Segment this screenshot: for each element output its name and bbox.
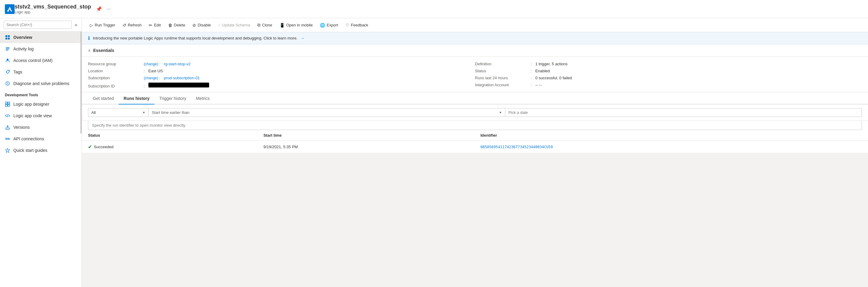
tab-metrics[interactable]: Metrics <box>191 92 215 105</box>
definition-row: Definition : 1 trigger, 5 actions <box>475 62 862 66</box>
sidebar-item-tags[interactable]: Tags <box>0 66 82 78</box>
sidebar-item-diagnose[interactable]: Diagnose and solve problems <box>0 78 82 89</box>
sidebar-item-overview-label: Overview <box>13 35 32 40</box>
time-filter[interactable]: Start time earlier than ▼ <box>148 108 505 117</box>
banner-arrow: → <box>301 36 304 40</box>
run-trigger-label: Run Trigger <box>95 23 115 27</box>
sidebar-item-versions-label: Versions <box>13 125 30 130</box>
table-row: ✔Succeeded9/19/2021, 5:35 PM085856954117… <box>82 141 868 153</box>
tab-trigger-history[interactable]: Trigger history <box>154 92 191 105</box>
activity-log-icon <box>5 46 10 52</box>
run-trigger-button[interactable]: ▷ Run Trigger <box>87 21 118 29</box>
sidebar-item-designer-label: Logic app designer <box>13 102 49 107</box>
svg-rect-5 <box>5 38 7 39</box>
diagnose-icon <box>5 81 10 86</box>
essentials-header[interactable]: ∧ Essentials <box>82 44 868 57</box>
update-schema-button[interactable]: ↑ Update Schema <box>215 21 253 29</box>
run-identifier-input[interactable] <box>88 121 862 130</box>
time-filter-arrow: ▼ <box>499 111 502 114</box>
svg-rect-4 <box>8 35 10 37</box>
resource-group-value[interactable]: rg-start-stop-v2 <box>164 62 191 66</box>
location-label: Location <box>88 69 143 73</box>
tags-icon <box>5 69 10 75</box>
sidebar-item-code-view[interactable]: Logic app code view <box>0 110 82 121</box>
search-input[interactable] <box>4 21 72 29</box>
sidebar-scrollbar <box>81 32 82 134</box>
status-row: Status : Enabled <box>475 69 862 73</box>
tabs-bar: Get started Runs history Trigger history… <box>82 92 868 105</box>
svg-rect-18 <box>6 128 9 130</box>
status-value: Enabled <box>535 69 550 73</box>
subscription-id-label: Subscription ID <box>88 84 143 88</box>
banner-text: Introducing the new portable Logic Apps … <box>93 36 298 40</box>
status-filter-arrow: ▼ <box>142 111 145 114</box>
sidebar-item-activity-log[interactable]: Activity log <box>0 43 82 55</box>
subscription-change[interactable]: (change) <box>144 76 158 80</box>
sidebar-collapse-button[interactable]: « <box>74 22 78 28</box>
banner-info-icon: ℹ <box>88 35 90 41</box>
more-button[interactable]: ··· <box>105 6 112 12</box>
sidebar-item-api-connections[interactable]: API connections <box>0 133 82 145</box>
status-filter[interactable]: All ▼ <box>88 108 149 117</box>
edit-label: Edit <box>154 23 160 27</box>
sidebar-item-quick-start[interactable]: Quick start guides <box>0 145 82 156</box>
export-button[interactable]: 🌐 Export <box>317 21 341 29</box>
status-text: Succeeded <box>94 145 114 149</box>
export-label: Export <box>327 23 338 27</box>
quick-start-icon <box>5 148 10 153</box>
table-header-row: Status Start time Identifier <box>82 130 868 141</box>
logic-app-designer-icon <box>5 102 10 107</box>
resource-group-row: Resource group (change) : rg-start-stop-… <box>88 62 475 66</box>
tab-get-started[interactable]: Get started <box>88 92 119 105</box>
sidebar-item-api-label: API connections <box>13 136 44 141</box>
main-content: ▷ Run Trigger ↺ Refresh ✏ Edit 🗑 Delete … <box>82 18 868 287</box>
feedback-button[interactable]: ♡ Feedback <box>342 21 371 29</box>
subscription-value[interactable]: prod-subscription-01 <box>164 76 200 80</box>
clone-button[interactable]: ⧉ Clone <box>254 21 275 29</box>
open-in-mobile-button[interactable]: 📱 Open in mobile <box>277 21 316 29</box>
code-view-icon <box>5 113 10 118</box>
definition-label: Definition <box>475 62 530 66</box>
svg-rect-9 <box>6 50 8 50</box>
svg-point-11 <box>8 71 9 71</box>
clone-icon: ⧉ <box>257 23 260 28</box>
svg-rect-3 <box>5 35 7 37</box>
sidebar-item-versions[interactable]: Versions <box>0 121 82 133</box>
delete-button[interactable]: 🗑 Delete <box>165 21 188 29</box>
date-picker-input[interactable] <box>505 108 862 117</box>
time-filter-label: Start time earlier than <box>152 110 497 115</box>
api-connections-icon <box>5 136 10 142</box>
runs-row: Runs last 24 hours : 0 successful, 0 fai… <box>475 76 862 80</box>
banner-link[interactable]: → <box>301 36 304 40</box>
disable-button[interactable]: ⊘ Disable <box>189 21 214 29</box>
resource-group-label: Resource group <box>88 62 143 66</box>
app-title-block: ststv2_vms_Sequenced_stop Logic app <box>14 4 91 14</box>
svg-point-20 <box>8 138 10 140</box>
table-header-status: Status <box>82 130 257 141</box>
sidebar-item-access-control[interactable]: Access control (IAM) <box>0 55 82 66</box>
essentials-title: Essentials <box>93 48 114 53</box>
overview-icon <box>5 35 10 40</box>
main-layout: « Overview Activity log Access con <box>0 18 868 287</box>
run-identifier-area <box>82 121 868 130</box>
sidebar-item-logic-app-designer[interactable]: Logic app designer <box>0 98 82 110</box>
edit-button[interactable]: ✏ Edit <box>146 21 163 29</box>
clone-label: Clone <box>262 23 272 27</box>
svg-point-13 <box>7 84 8 85</box>
resource-group-change[interactable]: (change) <box>144 62 158 66</box>
refresh-icon: ↺ <box>123 23 126 28</box>
status-filter-label: All <box>91 110 141 115</box>
refresh-button[interactable]: ↺ Refresh <box>120 21 145 29</box>
disable-label: Disable <box>197 23 211 27</box>
table-cell-status: ✔Succeeded <box>82 141 257 153</box>
update-schema-icon: ↑ <box>218 23 220 28</box>
update-schema-label: Update Schema <box>222 23 250 27</box>
sidebar-item-overview[interactable]: Overview <box>0 32 82 43</box>
pin-button[interactable]: 📌 <box>95 5 103 12</box>
sidebar-search-area: « <box>0 18 82 32</box>
edit-icon: ✏ <box>149 23 152 28</box>
identifier-link[interactable]: 08585695411742367734523440034CU59 <box>480 145 553 149</box>
app-title: ststv2_vms_Sequenced_stop <box>14 4 91 10</box>
versions-icon <box>5 124 10 130</box>
tab-runs-history[interactable]: Runs history <box>119 92 154 105</box>
